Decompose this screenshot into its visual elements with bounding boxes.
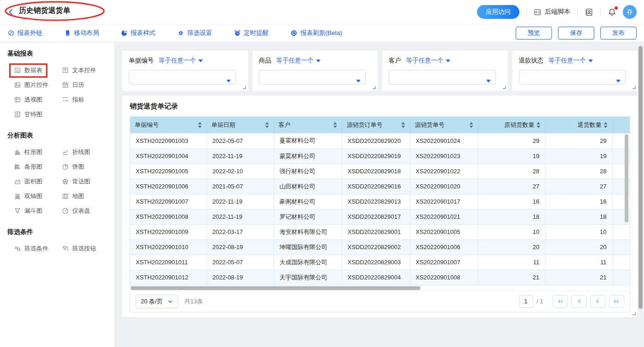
sidebar-item-gantt[interactable]: 甘特图 — [14, 107, 62, 122]
toolbar-item-filter-setting[interactable]: 筛选设置 — [177, 29, 212, 37]
column-header-2[interactable]: 单据日期 — [207, 117, 274, 133]
sort-icon[interactable] — [265, 122, 269, 128]
user-avatar[interactable]: 存 — [623, 5, 637, 19]
filter-head: 单据编号等于任意一个 — [129, 57, 242, 65]
first-page-button[interactable] — [552, 295, 568, 308]
filter-operator-label: 等于任意一个 — [159, 57, 196, 65]
filter-value-select[interactable] — [129, 70, 236, 85]
table-cell: XSDD20220829016 — [342, 179, 410, 194]
records-table: 单据编号单据日期客户源销货订单号源销货单号原销货数量退货数量合计金额 XSTH2… — [130, 117, 630, 285]
column-header-7[interactable]: 退货数量 — [545, 117, 612, 133]
toolbar-item-report-refresh[interactable]: 报表刷新(Beta) — [290, 29, 342, 37]
toolbar-item-mobile-layout[interactable]: 移动布局 — [64, 29, 99, 37]
table-row[interactable]: XSTH202209010052022-02-10强行材料公司XSDD20220… — [130, 164, 630, 179]
table-cell: 11 — [478, 255, 545, 270]
app-access-button[interactable]: 应用访问 — [477, 5, 519, 19]
sort-icon[interactable] — [604, 122, 608, 128]
column-header-8[interactable]: 合计金额 — [612, 117, 630, 133]
page-size-select[interactable]: 20 条/页 — [136, 295, 178, 308]
sidebar-item-filter-btn[interactable]: 筛选按钮 — [62, 241, 115, 256]
filter-operator-dropdown[interactable]: 等于任意一个 — [159, 57, 203, 65]
table-row[interactable]: XSTH202209010042022-11-19蒙莫材料公司XSDD20220… — [130, 148, 630, 164]
filter-field-label: 退款状态 — [519, 57, 544, 65]
filter-value-select[interactable] — [259, 70, 366, 85]
sidebar-item-line-chart[interactable]: 折线图 — [62, 145, 115, 159]
back-button[interactable] — [7, 8, 15, 16]
sidebar-item-column-chart[interactable]: 柱形图 — [14, 145, 62, 159]
sidebar-item-area-chart[interactable]: 面积图 — [14, 174, 62, 189]
resize-handle[interactable] — [632, 312, 636, 315]
column-chart-icon — [14, 148, 21, 156]
table-row[interactable]: XSTH202209010082022-11-19罗记材料公司XSDD20220… — [130, 209, 630, 224]
sort-icon[interactable] — [536, 122, 540, 128]
table-cell: 19 — [478, 148, 545, 164]
toolbar-item-timed-reminder[interactable]: 定时提醒 — [234, 29, 269, 37]
filter-operator-dropdown[interactable]: 等于任意一个 — [549, 57, 593, 65]
caret-down-icon — [616, 76, 621, 85]
table-row[interactable]: XSTH202209010092022-03-17海安材料有限公司XSDD202… — [130, 224, 630, 239]
filter-value-select[interactable] — [389, 70, 496, 85]
sidebar-item-metric[interactable]: 4,80指标 — [62, 92, 115, 107]
table-cell: XS20220901022 — [410, 164, 478, 179]
filter-head: 客户等于任意一个 — [389, 57, 501, 65]
column-header-6[interactable]: 原销货数量 — [478, 117, 545, 133]
sidebar-item-dual-axis[interactable]: 双轴图 — [14, 189, 62, 204]
sidebar-item-pivot[interactable]: 透视图 — [14, 92, 62, 107]
data-table-widget[interactable]: 销货退货单记录 单据编号单据日期客户源销货订单号源销货单号原销货数量退货数量合计… — [122, 96, 638, 317]
toolbar-actions: 预览保存发布 — [516, 27, 637, 40]
resize-handle[interactable] — [503, 86, 506, 89]
column-header-3[interactable]: 客户 — [274, 117, 342, 133]
page-vertical-scrollbar[interactable] — [638, 46, 643, 309]
code-icon — [534, 8, 541, 16]
column-header-1[interactable]: 单据编号 — [130, 117, 207, 133]
sort-icon[interactable] — [469, 122, 473, 128]
filter-operator-dropdown[interactable]: 等于任意一个 — [276, 57, 321, 65]
filter-field-label: 单据编号 — [129, 57, 154, 65]
table-row[interactable]: XSTH202209010072022-11-19豪阁材料公司XSDD20220… — [130, 194, 630, 209]
table-cell: 18 — [545, 209, 612, 224]
filter-value-select[interactable] — [519, 70, 626, 85]
sidebar-item-bar-chart[interactable]: 条形图 — [14, 159, 62, 174]
sort-icon[interactable] — [333, 122, 337, 128]
last-page-button[interactable] — [609, 295, 624, 308]
resize-handle[interactable] — [632, 86, 636, 89]
contacts-button[interactable] — [585, 8, 593, 17]
prev-page-button[interactable] — [571, 295, 586, 308]
backend-script-button[interactable]: 后端脚本 — [534, 8, 570, 16]
resize-handle[interactable] — [373, 86, 376, 89]
save-button[interactable]: 保存 — [558, 27, 594, 40]
sidebar-item-funnel[interactable]: 漏斗图 — [14, 204, 62, 218]
toolbar-item-report-link[interactable]: 报表外链 — [7, 29, 42, 37]
next-page-button[interactable] — [590, 295, 605, 308]
table-horizontal-scrollbar[interactable] — [131, 286, 420, 290]
sidebar-item-filter-cond[interactable]: 筛选条件 — [14, 241, 62, 256]
filter-field-label: 客户 — [389, 57, 401, 65]
table-row[interactable]: XSTH202209010032022-05-07蔓霍材料公司XSDD20220… — [130, 133, 630, 148]
sidebar-item-text-widget[interactable]: 文本控件 — [62, 63, 115, 78]
table-vertical-scrollbar[interactable] — [625, 134, 628, 222]
column-header-5[interactable]: 源销货单号 — [410, 117, 478, 133]
table-row[interactable]: XSTH202209010112022-05-07大成国际有限公司XSDD202… — [130, 255, 630, 270]
sort-icon[interactable] — [401, 122, 405, 128]
table-row[interactable]: XSTH202209010062021-05-07山田材料公司XSDD20220… — [130, 179, 630, 194]
resize-handle[interactable] — [243, 86, 246, 89]
sidebar-item-data-table[interactable]: 数据表 — [14, 63, 62, 78]
toolbar-item-report-style[interactable]: 报表样式 — [121, 29, 155, 37]
notifications-button[interactable] — [608, 8, 616, 17]
current-page-input[interactable]: 1 — [519, 295, 533, 308]
sidebar-item-image-widget[interactable]: 图片控件 — [14, 78, 62, 92]
table-row[interactable]: XSTH202209010102022-08-19坤曜国际有限公司XSDD202… — [130, 239, 630, 255]
column-header-4[interactable]: 源销货订单号 — [342, 117, 410, 133]
sidebar-section-title: 分析图表 — [7, 131, 115, 140]
sidebar-item-map[interactable]: 地图 — [62, 189, 115, 204]
sidebar-item-radar-chart[interactable]: 雷达图 — [62, 174, 115, 189]
sidebar-item-calendar[interactable]: 日历 — [62, 78, 115, 92]
preview-button[interactable]: 预览 — [516, 27, 552, 40]
sidebar-item-pie-chart[interactable]: 饼图 — [62, 159, 115, 174]
sort-icon[interactable] — [198, 122, 202, 128]
table-row[interactable]: XSTH202209010122022-08-19天宇国际有限公司XSDD202… — [130, 270, 630, 285]
publish-button[interactable]: 发布 — [600, 27, 637, 40]
sidebar-item-gauge[interactable]: 仪表盘 — [62, 204, 115, 218]
filter-operator-dropdown[interactable]: 等于任意一个 — [406, 57, 450, 65]
column-header-label: 源销货单号 — [415, 121, 445, 129]
